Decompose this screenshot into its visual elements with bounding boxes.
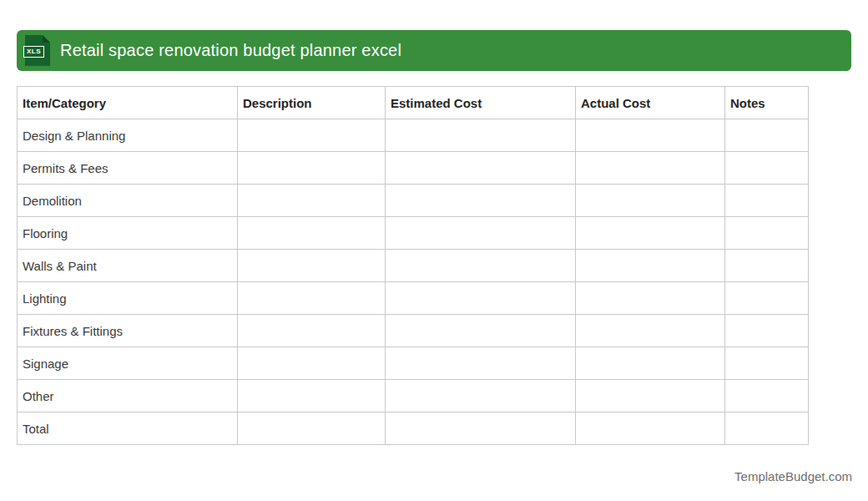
page-title: Retail space renovation budget planner e…	[60, 41, 401, 60]
cell-item: Other	[18, 380, 238, 412]
cell-notes	[725, 152, 809, 185]
cell-description	[238, 380, 386, 412]
cell-estimated-cost	[386, 217, 576, 250]
cell-notes	[725, 250, 809, 282]
table-row: Permits & Fees	[18, 152, 809, 185]
cell-description	[238, 119, 386, 152]
cell-item: Total	[18, 412, 238, 445]
cell-estimated-cost	[386, 315, 576, 347]
cell-item: Design & Planning	[18, 119, 238, 152]
cell-item: Flooring	[18, 217, 238, 250]
cell-item: Signage	[18, 347, 238, 380]
column-header-notes: Notes	[725, 87, 809, 119]
cell-notes	[725, 119, 809, 152]
table-row: Fixtures & Fittings	[18, 315, 809, 347]
cell-estimated-cost	[386, 282, 576, 315]
cell-actual-cost	[576, 282, 725, 315]
cell-estimated-cost	[386, 250, 576, 282]
cell-notes	[725, 282, 809, 315]
xls-badge: XLS	[23, 46, 44, 58]
cell-description	[238, 250, 386, 282]
cell-description	[238, 347, 386, 380]
cell-item: Fixtures & Fittings	[18, 315, 238, 347]
cell-item: Walls & Paint	[18, 250, 238, 282]
cell-description	[238, 282, 386, 315]
table-row: Walls & Paint	[18, 250, 809, 282]
xls-file-icon: XLS	[25, 35, 50, 66]
column-header-description: Description	[238, 87, 386, 119]
table-row: Total	[18, 412, 809, 445]
cell-notes	[725, 347, 809, 380]
site-credit: TemplateBudget.com	[734, 469, 852, 483]
table-row: Demolition	[18, 185, 809, 217]
cell-item: Demolition	[18, 185, 238, 217]
table-row: Other	[18, 380, 809, 412]
cell-actual-cost	[576, 217, 725, 250]
table-row: Lighting	[18, 282, 809, 315]
table-header-row: Item/Category Description Estimated Cost…	[18, 87, 809, 119]
cell-estimated-cost	[386, 119, 576, 152]
cell-actual-cost	[576, 185, 725, 217]
cell-description	[238, 315, 386, 347]
column-header-actual-cost: Actual Cost	[576, 87, 725, 119]
cell-actual-cost	[576, 119, 725, 152]
table-row: Flooring	[18, 217, 809, 250]
table-body: Design & PlanningPermits & FeesDemolitio…	[18, 119, 809, 445]
cell-actual-cost	[576, 152, 725, 185]
file-corner-fold	[43, 35, 50, 43]
cell-item: Permits & Fees	[18, 152, 238, 185]
table-row: Design & Planning	[18, 119, 809, 152]
cell-estimated-cost	[386, 380, 576, 412]
cell-actual-cost	[576, 250, 725, 282]
cell-estimated-cost	[386, 185, 576, 217]
cell-description	[238, 217, 386, 250]
cell-actual-cost	[576, 347, 725, 380]
cell-estimated-cost	[386, 152, 576, 185]
table-row: Signage	[18, 347, 809, 380]
page: XLS Retail space renovation budget plann…	[0, 0, 868, 501]
cell-notes	[725, 315, 809, 347]
cell-actual-cost	[576, 380, 725, 412]
column-header-item: Item/Category	[18, 87, 238, 119]
cell-actual-cost	[576, 315, 725, 347]
cell-description	[238, 152, 386, 185]
cell-description	[238, 412, 386, 445]
budget-table: Item/Category Description Estimated Cost…	[17, 86, 809, 445]
cell-notes	[725, 185, 809, 217]
cell-notes	[725, 412, 809, 445]
title-banner: XLS Retail space renovation budget plann…	[17, 30, 851, 71]
cell-item: Lighting	[18, 282, 238, 315]
cell-estimated-cost	[386, 347, 576, 380]
cell-estimated-cost	[386, 412, 576, 445]
column-header-estimated-cost: Estimated Cost	[386, 87, 576, 119]
cell-description	[238, 185, 386, 217]
cell-notes	[725, 380, 809, 412]
cell-actual-cost	[576, 412, 725, 445]
cell-notes	[725, 217, 809, 250]
